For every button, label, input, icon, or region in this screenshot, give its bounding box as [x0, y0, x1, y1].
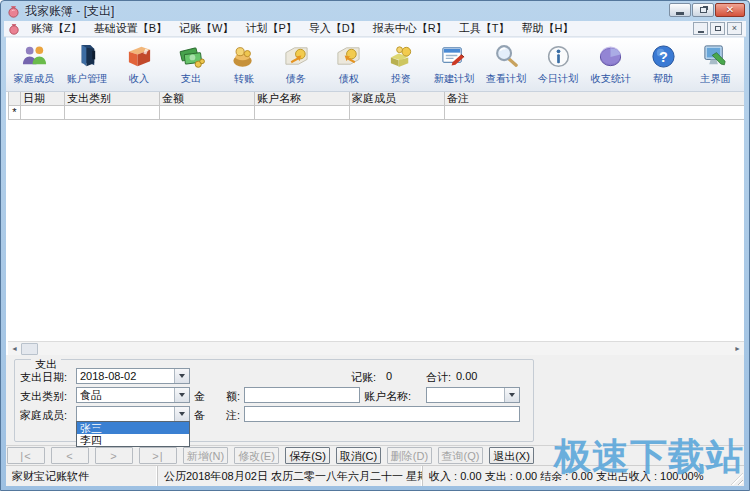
mdi-restore-icon [715, 26, 721, 31]
modify-button: 修改(E) [234, 447, 279, 464]
toolbar-label: 账户管理 [66, 71, 106, 85]
toolbar-label: 债务 [286, 71, 306, 85]
toolbar-button-main-interface[interactable]: 主界面 [689, 43, 741, 86]
status-app-name: 家财宝记账软件 [6, 466, 158, 486]
scrollbar-thumb[interactable] [21, 343, 38, 355]
toolbar-button-account-management[interactable]: 账户管理 [60, 43, 112, 86]
account-name-value [427, 388, 504, 402]
grid-cell[interactable] [65, 106, 160, 120]
toolbar-button-help[interactable]: ? 帮助 [637, 43, 689, 86]
scroll-right-icon[interactable]: ► [731, 342, 744, 355]
toolbar-label: 主界面 [701, 71, 731, 85]
status-summary: 收入 : 0.00 支出 : 0.00 结余 : 0.00 支出占收入 : 10… [423, 466, 744, 486]
expense-category-value: 食品 [77, 388, 174, 402]
column-header-date[interactable]: 日期 [21, 92, 65, 106]
column-header-member[interactable]: 家庭成员 [350, 92, 445, 106]
scroll-left-icon[interactable]: ◄ [8, 342, 21, 355]
toolbar-button-credit[interactable]: 债权 [323, 43, 375, 86]
grid-horizontal-scrollbar[interactable]: ◄ ► [8, 341, 744, 355]
family-member-combobox[interactable] [76, 406, 190, 422]
toolbar-button-transfer[interactable]: 转账 [218, 43, 270, 86]
grid-cell[interactable] [350, 106, 445, 120]
account-name-combobox[interactable] [426, 387, 520, 403]
expense-date-dropdown-button[interactable] [174, 369, 189, 383]
menu-item-help[interactable]: 帮助【H】 [515, 20, 579, 37]
chevron-down-icon [179, 374, 185, 378]
toolbar-button-income[interactable]: 收入 [113, 43, 165, 86]
toolbar-button-family-members[interactable]: 家庭成员 [8, 43, 60, 86]
add-button: 新增(N) [183, 447, 228, 464]
menu-item-report-center[interactable]: 报表中心【R】 [367, 20, 453, 37]
toolbar-button-investment[interactable]: 投资 [375, 43, 427, 86]
total-value: 0.00 [456, 370, 477, 382]
nav-first-button: |< [7, 447, 45, 464]
mdi-minimize-button[interactable] [693, 22, 708, 35]
menu-item-bookkeeping[interactable]: 记账【W】 [173, 20, 239, 37]
grid-cell[interactable] [160, 106, 255, 120]
dropdown-option[interactable]: 张三 [77, 422, 189, 434]
close-button[interactable]: ✕ [715, 3, 745, 17]
save-button[interactable]: 保存(S) [285, 447, 330, 464]
row-selector-header [8, 92, 21, 106]
status-bar: 家财宝记账软件 公历2018年08月02日 农历二零一八年六月二十一 星期四 收… [6, 465, 744, 486]
credit-icon [335, 43, 362, 70]
column-header-note[interactable]: 备注 [445, 92, 744, 106]
amount-label: 金 额: [194, 389, 240, 404]
grid-new-row[interactable]: * [8, 106, 744, 120]
mdi-close-button[interactable]: × [727, 22, 742, 35]
menu-bar: 账簿【Z】 基础设置【B】 记账【W】 计划【P】 导入【D】 报表中心【R】 … [4, 21, 746, 37]
toolbar-label: 转账 [234, 71, 254, 85]
toolbar-button-statistics[interactable]: 收支统计 [585, 43, 637, 86]
menu-item-tools[interactable]: 工具【T】 [453, 20, 516, 37]
menu-item-basic-settings[interactable]: 基础设置【B】 [88, 20, 173, 37]
amount-input[interactable] [244, 387, 360, 403]
account-name-dropdown-button[interactable] [504, 388, 519, 402]
statistics-icon [597, 43, 624, 70]
expense-category-dropdown-button[interactable] [174, 388, 189, 402]
family-member-dropdown-button[interactable] [174, 407, 189, 421]
chevron-down-icon [179, 412, 185, 416]
dropdown-option[interactable]: 李四 [77, 434, 189, 446]
note-input[interactable] [244, 406, 520, 422]
mdi-restore-button[interactable] [710, 22, 725, 35]
title-bar: 我家账簿 - [支出] ✕ [1, 1, 749, 21]
amount-label-left: 金 [194, 389, 205, 404]
toolbar-button-today-plan[interactable]: 今日计划 [532, 43, 584, 86]
toolbar-label: 收支统计 [591, 71, 631, 85]
restore-button[interactable] [692, 3, 714, 17]
expense-category-combobox[interactable]: 食品 [76, 387, 190, 403]
minimize-button[interactable] [669, 3, 691, 17]
toolbar-button-expense[interactable]: 支出 [165, 43, 217, 86]
new-row-marker: * [8, 106, 21, 120]
grid-cell[interactable] [445, 106, 744, 120]
column-header-amount[interactable]: 金额 [160, 92, 255, 106]
action-button-bar: |< < > >| 新增(N) 修改(E) 保存(S) 取消(C) 删除(D) … [6, 445, 744, 465]
chevron-down-icon [179, 393, 185, 397]
column-header-category[interactable]: 支出类别 [65, 92, 160, 106]
cancel-button[interactable]: 取消(C) [336, 447, 381, 464]
total-label: 合计: [426, 370, 451, 385]
expense-category-label: 支出类别: [20, 389, 67, 404]
chevron-down-icon [509, 393, 515, 397]
expense-date-combobox[interactable]: 2018-08-02 [76, 368, 190, 384]
grid-cell[interactable] [21, 106, 65, 120]
expense-icon [178, 43, 205, 70]
exit-button[interactable]: 退出(X) [489, 447, 534, 464]
family-member-label: 家庭成员: [20, 408, 67, 423]
nav-last-button: >| [139, 447, 177, 464]
menu-item-plan[interactable]: 计划【P】 [239, 20, 302, 37]
column-header-account[interactable]: 账户名称 [255, 92, 350, 106]
menu-item-account-book[interactable]: 账簿【Z】 [25, 20, 88, 37]
grid-cell[interactable] [255, 106, 350, 120]
toolbar-label: 支出 [181, 71, 201, 85]
toolbar-button-debt[interactable]: 债务 [270, 43, 322, 86]
menu-item-import[interactable]: 导入【D】 [303, 20, 367, 37]
toolbar-button-view-plan[interactable]: 查看计划 [480, 43, 532, 86]
today-plan-icon [545, 43, 572, 70]
note-label-left: 备 [194, 408, 205, 423]
mdi-minimize-icon [698, 31, 704, 33]
toolbar-button-new-plan[interactable]: 新建计划 [427, 43, 479, 86]
investment-icon [388, 43, 415, 70]
restore-icon [700, 7, 707, 13]
note-label: 备 注: [194, 408, 240, 423]
